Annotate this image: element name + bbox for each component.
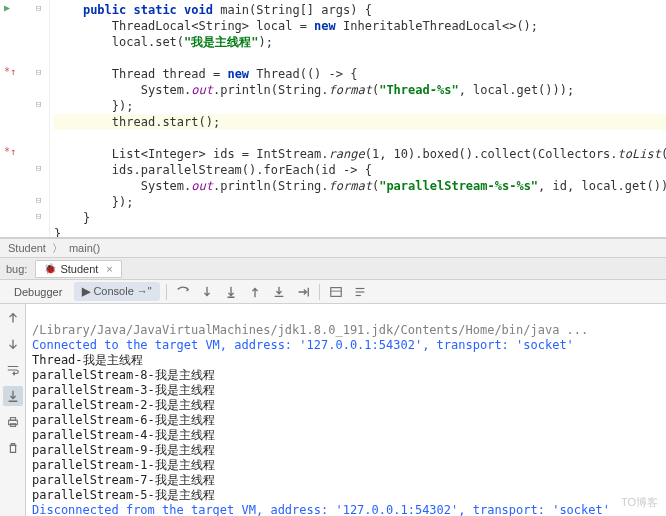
watermark: TO博客 (621, 495, 658, 510)
code-line: } (54, 210, 666, 226)
code-area[interactable]: public static void main(String[] args) {… (50, 0, 666, 237)
code-line (54, 130, 666, 146)
code-line: }); (54, 98, 666, 114)
code-line (54, 50, 666, 66)
separator (166, 284, 167, 300)
console-line: parallelStream-8-我是主线程 (32, 368, 215, 382)
svg-rect-0 (330, 287, 341, 296)
soft-wrap-icon[interactable] (3, 360, 23, 380)
console-line: parallelStream-2-我是主线程 (32, 398, 215, 412)
console-line: parallelStream-7-我是主线程 (32, 473, 215, 487)
run-icon[interactable]: ▶ (4, 2, 10, 13)
bug-icon: 🐞 (44, 263, 56, 274)
tab-console[interactable]: ▶ Console →" (74, 282, 159, 301)
code-line: ThreadLocal<String> local = new Inherita… (54, 18, 666, 34)
step-out-icon[interactable] (245, 283, 265, 301)
fold-icon[interactable]: ⊟ (36, 195, 41, 205)
svg-rect-6 (10, 418, 15, 421)
console-line: parallelStream-9-我是主线程 (32, 443, 215, 457)
print-icon[interactable] (3, 412, 23, 432)
console-line: parallelStream-5-我是主线程 (32, 488, 215, 502)
code-line-highlighted: thread.start(); (54, 114, 666, 130)
tab-debugger[interactable]: Debugger (6, 283, 70, 301)
console-line: /Library/Java/JavaVirtualMachines/jdk1.8… (32, 323, 588, 337)
breadcrumb-method[interactable]: main() (69, 242, 100, 254)
code-line: Thread thread = new Thread(() -> { (54, 66, 666, 82)
code-line: System.out.println(String.format("Thread… (54, 82, 666, 98)
code-line: local.set("我是主线程"); (54, 34, 666, 50)
code-line: public static void main(String[] args) { (54, 2, 666, 18)
debug-toolbar: Debugger ▶ Console →" (0, 280, 666, 304)
debug-header: bug: 🐞 Student × (0, 258, 666, 280)
step-over-icon[interactable] (173, 283, 193, 301)
console-line: parallelStream-6-我是主线程 (32, 413, 215, 427)
trace-icon[interactable] (350, 283, 370, 301)
drop-frame-icon[interactable] (269, 283, 289, 301)
console-line: Disconnected from the target VM, address… (32, 503, 610, 516)
console-panel: /Library/Java/JavaVirtualMachines/jdk1.8… (0, 304, 666, 516)
debug-tab-label: Student (60, 263, 98, 275)
down-icon[interactable] (3, 334, 23, 354)
fold-icon[interactable]: ⊟ (36, 163, 41, 173)
console-side-toolbar (0, 304, 26, 516)
code-line: } (54, 226, 666, 237)
debug-tab[interactable]: 🐞 Student × (35, 260, 121, 278)
code-line: System.out.println(String.format("parall… (54, 178, 666, 194)
editor-gutter: ▶ ⊟ *↑ ⊟ ⊟ *↑ ⊟ ⊟ ⊟ (0, 0, 50, 237)
evaluate-icon[interactable] (326, 283, 346, 301)
code-line: ids.parallelStream().forEach(id -> { (54, 162, 666, 178)
breadcrumb[interactable]: Student 〉 main() (0, 238, 666, 258)
fold-icon[interactable]: ⊟ (36, 3, 41, 13)
console-output[interactable]: /Library/Java/JavaVirtualMachines/jdk1.8… (26, 304, 666, 516)
console-line: parallelStream-1-我是主线程 (32, 458, 215, 472)
console-line: Thread-我是主线程 (32, 353, 143, 367)
console-line: Connected to the target VM, address: '12… (32, 338, 574, 352)
fold-icon[interactable]: ⊟ (36, 99, 41, 109)
breakpoint-icon[interactable]: *↑ (4, 146, 16, 157)
close-icon[interactable]: × (106, 263, 112, 275)
run-to-cursor-icon[interactable] (293, 283, 313, 301)
console-line: parallelStream-3-我是主线程 (32, 383, 215, 397)
clear-icon[interactable] (3, 438, 23, 458)
breadcrumb-class[interactable]: Student (8, 242, 46, 254)
up-icon[interactable] (3, 308, 23, 328)
code-editor[interactable]: ▶ ⊟ *↑ ⊟ ⊟ *↑ ⊟ ⊟ ⊟ public static void m… (0, 0, 666, 238)
force-step-into-icon[interactable] (221, 283, 241, 301)
scroll-end-icon[interactable] (3, 386, 23, 406)
breakpoint-icon[interactable]: *↑ (4, 66, 16, 77)
console-line: parallelStream-4-我是主线程 (32, 428, 215, 442)
code-line: List<Integer> ids = IntStream.range(1, 1… (54, 146, 666, 162)
fold-icon[interactable]: ⊟ (36, 211, 41, 221)
fold-icon[interactable]: ⊟ (36, 67, 41, 77)
code-line: }); (54, 194, 666, 210)
step-into-icon[interactable] (197, 283, 217, 301)
debug-label: bug: (6, 263, 35, 275)
breadcrumb-separator: 〉 (52, 241, 63, 256)
separator (319, 284, 320, 300)
